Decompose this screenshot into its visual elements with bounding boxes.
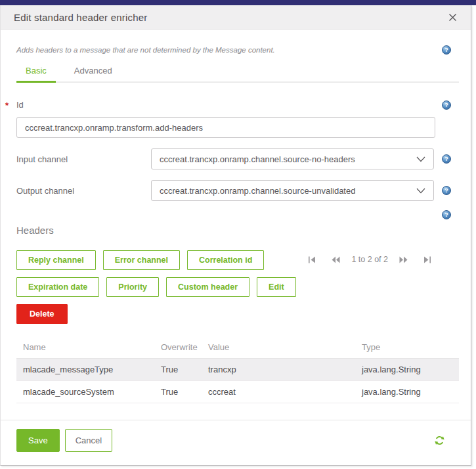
delete-button[interactable]: Delete [16,304,68,324]
tab-bar: Basic Advanced [16,66,459,83]
headers-toolbar: Reply channel Error channel Correlation … [16,250,459,324]
edit-button[interactable]: Edit [257,277,296,297]
input-channel-value: cccreat.trancxp.onramp.channel.source-no… [160,154,416,164]
cell-type: java.lang.String [357,359,459,381]
table-row[interactable]: mlacade_sourceSystem True cccreat java.l… [16,381,459,403]
chevron-down-icon [416,156,425,162]
tab-basic[interactable]: Basic [16,66,56,81]
last-page-icon [423,256,431,263]
input-channel-select[interactable]: cccreat.trancxp.onramp.channel.source-no… [151,148,434,169]
headers-section-title: Headers [16,225,459,236]
output-channel-select[interactable]: cccreat.trancxp.onramp.channel.source-un… [151,180,434,201]
cell-name: mlacade_messageType [16,359,156,381]
help-icon[interactable]: ? [442,186,451,195]
column-header-type: Type [357,337,459,359]
tab-advanced[interactable]: Advanced [65,66,121,81]
help-icon[interactable]: ? [442,210,451,219]
error-channel-button[interactable]: Error channel [103,250,180,270]
refresh-icon [435,436,444,445]
required-asterisk: * [5,100,9,110]
correlation-id-button[interactable]: Correlation id [187,250,264,270]
close-button[interactable] [446,11,459,24]
prev-page-icon [332,256,340,263]
priority-button[interactable]: Priority [106,277,159,297]
table-row[interactable]: mlacade_messageType True trancxp java.la… [16,359,459,381]
column-header-overwrite: Overwrite [156,337,203,359]
help-icon[interactable]: ? [442,45,451,55]
expiration-date-button[interactable]: Expiration date [16,277,99,297]
id-input[interactable] [16,117,435,138]
output-channel-value: cccreat.trancxp.onramp.channel.source-un… [160,186,416,196]
modal-footer: Save Cancel [1,420,471,452]
id-label: Id [16,100,24,110]
reply-channel-button[interactable]: Reply channel [16,250,96,270]
pagination-first-button[interactable] [307,256,318,263]
save-button[interactable]: Save [16,429,60,452]
next-page-icon [399,256,408,263]
input-channel-label: Input channel [16,154,151,164]
pagination-next-button[interactable] [397,256,410,263]
headers-table: Name Overwrite Value Type mlacade_messag… [16,337,459,403]
cell-value: trancxp [203,359,357,381]
pagination-last-button[interactable] [422,256,433,263]
cell-overwrite: True [156,381,203,403]
output-channel-label: Output channel [16,186,151,196]
modal-title: Edit standard header enricher [14,12,147,23]
help-icon[interactable]: ? [442,100,451,110]
cell-name: mlacade_sourceSystem [16,381,156,403]
pagination-label: 1 to 2 of 2 [351,255,388,264]
cell-type: java.lang.String [357,381,459,403]
pagination-prev-button[interactable] [330,256,342,263]
column-header-name: Name [16,337,156,359]
refresh-button[interactable] [435,436,444,445]
modal-body: Adds headers to a message that are not d… [1,30,471,403]
cell-overwrite: True [156,359,203,381]
custom-header-button[interactable]: Custom header [166,277,249,297]
first-page-icon [309,256,316,263]
pagination: 1 to 2 of 2 [307,255,433,264]
top-bar [0,0,476,5]
column-header-value: Value [203,337,357,359]
modal-header: Edit standard header enricher [1,5,471,30]
cancel-button[interactable]: Cancel [65,429,112,452]
table-header-row: Name Overwrite Value Type [16,337,459,359]
cell-value: cccreat [203,381,357,403]
chevron-down-icon [416,188,425,194]
close-icon [448,13,457,22]
help-icon[interactable]: ? [442,154,451,164]
edit-header-enricher-modal: Edit standard header enricher Adds heade… [0,5,471,466]
description-text: Adds headers to a message that are not d… [16,46,434,54]
